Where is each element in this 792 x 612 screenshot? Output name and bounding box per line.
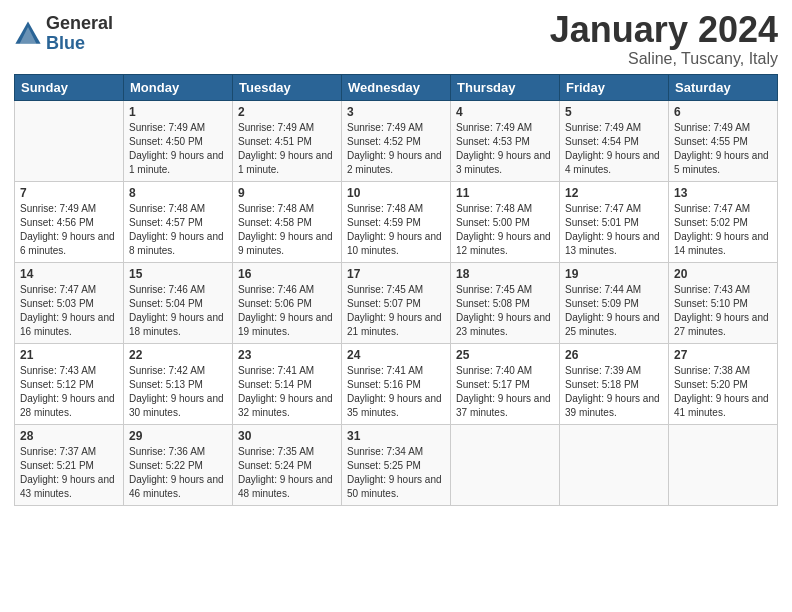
header-day: Thursday	[451, 74, 560, 100]
day-number: 5	[565, 105, 663, 119]
day-info: Sunrise: 7:48 AMSunset: 4:58 PMDaylight:…	[238, 202, 336, 258]
day-info: Sunrise: 7:41 AMSunset: 5:16 PMDaylight:…	[347, 364, 445, 420]
day-number: 25	[456, 348, 554, 362]
title-block: January 2024 Saline, Tuscany, Italy	[550, 10, 778, 68]
calendar-cell: 21Sunrise: 7:43 AMSunset: 5:12 PMDayligh…	[15, 343, 124, 424]
calendar-cell: 22Sunrise: 7:42 AMSunset: 5:13 PMDayligh…	[124, 343, 233, 424]
day-info: Sunrise: 7:48 AMSunset: 4:59 PMDaylight:…	[347, 202, 445, 258]
calendar-cell: 1Sunrise: 7:49 AMSunset: 4:50 PMDaylight…	[124, 100, 233, 181]
day-info: Sunrise: 7:40 AMSunset: 5:17 PMDaylight:…	[456, 364, 554, 420]
calendar-row: 14Sunrise: 7:47 AMSunset: 5:03 PMDayligh…	[15, 262, 778, 343]
logo-general: General	[46, 14, 113, 34]
day-number: 1	[129, 105, 227, 119]
header-day: Friday	[560, 74, 669, 100]
logo-blue: Blue	[46, 34, 113, 54]
day-number: 2	[238, 105, 336, 119]
day-number: 10	[347, 186, 445, 200]
day-number: 20	[674, 267, 772, 281]
month-title: January 2024	[550, 10, 778, 50]
calendar-row: 7Sunrise: 7:49 AMSunset: 4:56 PMDaylight…	[15, 181, 778, 262]
day-info: Sunrise: 7:49 AMSunset: 4:52 PMDaylight:…	[347, 121, 445, 177]
day-number: 12	[565, 186, 663, 200]
header-day: Tuesday	[233, 74, 342, 100]
day-info: Sunrise: 7:49 AMSunset: 4:50 PMDaylight:…	[129, 121, 227, 177]
calendar-cell	[560, 424, 669, 505]
header-day: Monday	[124, 74, 233, 100]
day-number: 31	[347, 429, 445, 443]
day-info: Sunrise: 7:46 AMSunset: 5:04 PMDaylight:…	[129, 283, 227, 339]
calendar-cell: 20Sunrise: 7:43 AMSunset: 5:10 PMDayligh…	[669, 262, 778, 343]
logo-text: General Blue	[46, 14, 113, 54]
day-number: 22	[129, 348, 227, 362]
day-number: 15	[129, 267, 227, 281]
calendar-header: SundayMondayTuesdayWednesdayThursdayFrid…	[15, 74, 778, 100]
day-info: Sunrise: 7:47 AMSunset: 5:01 PMDaylight:…	[565, 202, 663, 258]
day-number: 13	[674, 186, 772, 200]
day-number: 27	[674, 348, 772, 362]
day-info: Sunrise: 7:43 AMSunset: 5:12 PMDaylight:…	[20, 364, 118, 420]
day-info: Sunrise: 7:48 AMSunset: 5:00 PMDaylight:…	[456, 202, 554, 258]
calendar-cell	[15, 100, 124, 181]
calendar-cell: 31Sunrise: 7:34 AMSunset: 5:25 PMDayligh…	[342, 424, 451, 505]
logo: General Blue	[14, 14, 113, 54]
day-info: Sunrise: 7:38 AMSunset: 5:20 PMDaylight:…	[674, 364, 772, 420]
calendar-cell	[669, 424, 778, 505]
day-number: 21	[20, 348, 118, 362]
location: Saline, Tuscany, Italy	[550, 50, 778, 68]
calendar-cell: 18Sunrise: 7:45 AMSunset: 5:08 PMDayligh…	[451, 262, 560, 343]
day-number: 24	[347, 348, 445, 362]
calendar-cell	[451, 424, 560, 505]
calendar-cell: 11Sunrise: 7:48 AMSunset: 5:00 PMDayligh…	[451, 181, 560, 262]
calendar-cell: 14Sunrise: 7:47 AMSunset: 5:03 PMDayligh…	[15, 262, 124, 343]
calendar-cell: 4Sunrise: 7:49 AMSunset: 4:53 PMDaylight…	[451, 100, 560, 181]
calendar-table: SundayMondayTuesdayWednesdayThursdayFrid…	[14, 74, 778, 506]
calendar-cell: 3Sunrise: 7:49 AMSunset: 4:52 PMDaylight…	[342, 100, 451, 181]
calendar-cell: 15Sunrise: 7:46 AMSunset: 5:04 PMDayligh…	[124, 262, 233, 343]
calendar-cell: 29Sunrise: 7:36 AMSunset: 5:22 PMDayligh…	[124, 424, 233, 505]
header-day: Saturday	[669, 74, 778, 100]
day-number: 16	[238, 267, 336, 281]
day-info: Sunrise: 7:43 AMSunset: 5:10 PMDaylight:…	[674, 283, 772, 339]
day-number: 7	[20, 186, 118, 200]
day-number: 4	[456, 105, 554, 119]
calendar-cell: 2Sunrise: 7:49 AMSunset: 4:51 PMDaylight…	[233, 100, 342, 181]
calendar-row: 1Sunrise: 7:49 AMSunset: 4:50 PMDaylight…	[15, 100, 778, 181]
day-number: 30	[238, 429, 336, 443]
day-info: Sunrise: 7:49 AMSunset: 4:54 PMDaylight:…	[565, 121, 663, 177]
calendar-cell: 27Sunrise: 7:38 AMSunset: 5:20 PMDayligh…	[669, 343, 778, 424]
day-info: Sunrise: 7:46 AMSunset: 5:06 PMDaylight:…	[238, 283, 336, 339]
calendar-cell: 25Sunrise: 7:40 AMSunset: 5:17 PMDayligh…	[451, 343, 560, 424]
day-number: 29	[129, 429, 227, 443]
day-info: Sunrise: 7:47 AMSunset: 5:02 PMDaylight:…	[674, 202, 772, 258]
day-info: Sunrise: 7:36 AMSunset: 5:22 PMDaylight:…	[129, 445, 227, 501]
calendar-cell: 28Sunrise: 7:37 AMSunset: 5:21 PMDayligh…	[15, 424, 124, 505]
day-number: 23	[238, 348, 336, 362]
day-info: Sunrise: 7:48 AMSunset: 4:57 PMDaylight:…	[129, 202, 227, 258]
header-day: Sunday	[15, 74, 124, 100]
calendar-cell: 5Sunrise: 7:49 AMSunset: 4:54 PMDaylight…	[560, 100, 669, 181]
day-info: Sunrise: 7:49 AMSunset: 4:53 PMDaylight:…	[456, 121, 554, 177]
day-number: 9	[238, 186, 336, 200]
day-info: Sunrise: 7:49 AMSunset: 4:56 PMDaylight:…	[20, 202, 118, 258]
day-info: Sunrise: 7:41 AMSunset: 5:14 PMDaylight:…	[238, 364, 336, 420]
calendar-body: 1Sunrise: 7:49 AMSunset: 4:50 PMDaylight…	[15, 100, 778, 505]
header-row: SundayMondayTuesdayWednesdayThursdayFrid…	[15, 74, 778, 100]
day-info: Sunrise: 7:49 AMSunset: 4:51 PMDaylight:…	[238, 121, 336, 177]
calendar-cell: 6Sunrise: 7:49 AMSunset: 4:55 PMDaylight…	[669, 100, 778, 181]
day-number: 3	[347, 105, 445, 119]
day-number: 28	[20, 429, 118, 443]
day-info: Sunrise: 7:35 AMSunset: 5:24 PMDaylight:…	[238, 445, 336, 501]
calendar-cell: 26Sunrise: 7:39 AMSunset: 5:18 PMDayligh…	[560, 343, 669, 424]
calendar-cell: 7Sunrise: 7:49 AMSunset: 4:56 PMDaylight…	[15, 181, 124, 262]
calendar-cell: 8Sunrise: 7:48 AMSunset: 4:57 PMDaylight…	[124, 181, 233, 262]
calendar-row: 21Sunrise: 7:43 AMSunset: 5:12 PMDayligh…	[15, 343, 778, 424]
day-number: 11	[456, 186, 554, 200]
day-info: Sunrise: 7:45 AMSunset: 5:07 PMDaylight:…	[347, 283, 445, 339]
day-info: Sunrise: 7:49 AMSunset: 4:55 PMDaylight:…	[674, 121, 772, 177]
calendar-cell: 24Sunrise: 7:41 AMSunset: 5:16 PMDayligh…	[342, 343, 451, 424]
day-info: Sunrise: 7:39 AMSunset: 5:18 PMDaylight:…	[565, 364, 663, 420]
calendar-row: 28Sunrise: 7:37 AMSunset: 5:21 PMDayligh…	[15, 424, 778, 505]
day-info: Sunrise: 7:47 AMSunset: 5:03 PMDaylight:…	[20, 283, 118, 339]
day-number: 17	[347, 267, 445, 281]
day-info: Sunrise: 7:44 AMSunset: 5:09 PMDaylight:…	[565, 283, 663, 339]
